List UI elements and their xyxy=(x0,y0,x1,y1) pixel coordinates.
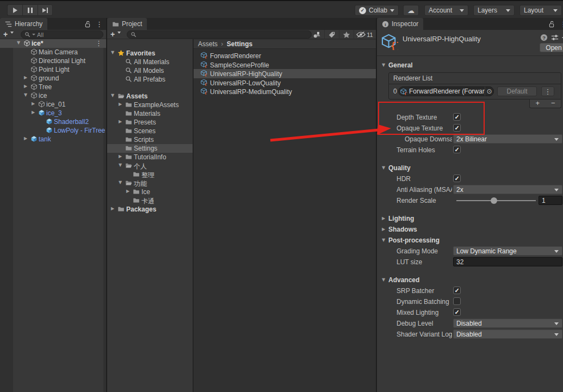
project-folder-scenes[interactable]: Scenes xyxy=(107,127,193,135)
open-button[interactable]: Open xyxy=(540,43,563,52)
property-opaque-texture[interactable]: Opaque Texture✓ xyxy=(377,123,563,134)
hierarchy-item-ice-3[interactable]: ▶ice_3 xyxy=(0,109,106,117)
number-field[interactable]: 32 xyxy=(453,257,562,266)
breadcrumb-leaf[interactable]: Settings xyxy=(227,40,252,48)
foldout-expanded-icon[interactable]: ▼ xyxy=(119,163,122,167)
hierarchy-search-input[interactable]: All xyxy=(21,30,103,39)
project-folder-个人[interactable]: ▼个人 xyxy=(107,161,193,170)
search-by-type-button[interactable] xyxy=(310,30,324,39)
object-picker-icon[interactable]: ⊙ xyxy=(485,86,494,96)
remove-renderer-button[interactable]: − xyxy=(546,99,561,108)
property-shader-variant-log-level[interactable]: Shader Variant Log LevelDisabled xyxy=(377,329,563,340)
hierarchy-item-tank[interactable]: ▶tank xyxy=(0,135,106,144)
foldout-expanded-icon[interactable]: ▼ xyxy=(119,180,122,185)
project-folder-packages[interactable]: ▶Packages xyxy=(107,205,193,214)
dropdown[interactable]: Low Dynamic Range xyxy=(453,246,562,256)
file-universalrp-highquality[interactable]: {} UniversalRP-HighQuality xyxy=(194,69,376,78)
project-folder-ice[interactable]: ▶Ice xyxy=(107,188,193,196)
property-opaque-downsampling[interactable]: Opaque Downsampling2x Bilinear xyxy=(377,134,563,145)
project-folder-all-prefabs[interactable]: All Prefabs xyxy=(107,75,193,84)
hierarchy-item-main-camera[interactable]: Main Camera xyxy=(0,48,106,57)
project-folder-settings[interactable]: Settings xyxy=(107,144,193,153)
property-srp-batcher[interactable]: SRP Batcher✓ xyxy=(377,285,563,296)
tab-hierarchy[interactable]: Hierarchy xyxy=(0,18,47,30)
tab-inspector[interactable]: i Inspector xyxy=(377,18,423,30)
project-folder-materials[interactable]: Materials xyxy=(107,109,193,118)
hierarchy-item-ice-01[interactable]: ▶ice_01 xyxy=(0,100,106,109)
section-shadows[interactable]: ▶ Shadows xyxy=(377,224,563,235)
checkbox-checked[interactable]: ✓ xyxy=(453,175,461,182)
dropdown[interactable]: 2x Bilinear xyxy=(453,134,562,144)
property-depth-texture[interactable]: Depth Texture✓ xyxy=(377,112,563,123)
property-hdr[interactable]: HDR✓ xyxy=(377,173,563,184)
hierarchy-item-tree[interactable]: ▶Tree xyxy=(0,83,106,91)
hierarchy-item-directional-light[interactable]: Directional Light xyxy=(0,57,106,65)
project-folder-scripts[interactable]: Scripts xyxy=(107,135,193,144)
checkbox-checked[interactable]: ✓ xyxy=(453,287,461,294)
hidden-packages-button[interactable]: 11 xyxy=(354,30,375,39)
file-universalrp-lowquality[interactable]: {} UniversalRP-LowQuality xyxy=(194,78,376,88)
hierarchy-item-ground[interactable]: ▶ground xyxy=(0,74,106,83)
lock-icon[interactable] xyxy=(84,21,91,28)
foldout-expanded-icon[interactable]: ▼ xyxy=(382,165,385,170)
set-default-button[interactable]: Default xyxy=(497,86,537,96)
slider-handle[interactable] xyxy=(491,197,497,204)
foldout-collapsed-icon[interactable]: ▶ xyxy=(119,119,122,124)
project-folder-assets[interactable]: ▼Assets xyxy=(107,92,193,101)
project-folder-整理[interactable]: 整理 xyxy=(107,170,193,179)
foldout-expanded-icon[interactable]: ▼ xyxy=(17,40,20,45)
property-terrain-holes[interactable]: Terrain Holes✓ xyxy=(377,145,563,155)
scene-row[interactable]: ▼ ice* ⋮ xyxy=(0,39,106,48)
dropdown[interactable]: Disabled xyxy=(453,329,562,339)
menu-kebab-icon[interactable]: ⋮ xyxy=(560,21,563,28)
property-lut-size[interactable]: LUT size32 xyxy=(377,257,563,267)
scene-menu-kebab-icon[interactable]: ⋮ xyxy=(95,40,102,47)
tab-project[interactable]: Project xyxy=(107,18,147,30)
property-render-scale[interactable]: Render Scale 1 xyxy=(377,195,563,206)
checkbox-checked[interactable]: ✓ xyxy=(453,308,461,316)
hierarchy-item-shaderball2[interactable]: Shaderball2 xyxy=(0,117,106,126)
layers-dropdown[interactable]: Layers xyxy=(473,5,515,16)
foldout-collapsed-icon[interactable]: ▶ xyxy=(24,75,27,80)
hierarchy-item-point-light[interactable]: Point Light xyxy=(0,65,106,74)
section-general[interactable]: ▼ General xyxy=(377,61,563,71)
checkbox-checked[interactable]: ✓ xyxy=(453,124,461,132)
file-samplesceneprofile[interactable]: {} SampleSceneProfile xyxy=(194,60,376,70)
presets-icon[interactable] xyxy=(551,34,559,41)
foldout-collapsed-icon[interactable]: ▶ xyxy=(119,102,122,107)
checkbox-checked[interactable]: ✓ xyxy=(453,146,461,153)
property-dynamic-batching[interactable]: Dynamic Batching xyxy=(377,296,563,307)
section-quality[interactable]: ▼ Quality xyxy=(377,163,563,173)
lock-icon[interactable] xyxy=(548,21,555,28)
hierarchy-item-lowpoly-firtree-b[interactable]: LowPoly - FirTree B xyxy=(0,126,106,135)
foldout-expanded-icon[interactable]: ▼ xyxy=(24,92,27,97)
help-icon[interactable]: ? xyxy=(540,34,548,41)
project-folder-presets[interactable]: ▶Presets xyxy=(107,118,193,127)
renderer-menu-button[interactable]: ⋮ xyxy=(541,86,554,96)
breadcrumb-root[interactable]: Assets xyxy=(198,40,218,48)
project-search-input[interactable] xyxy=(127,30,312,39)
create-asset-button[interactable]: + xyxy=(110,30,115,39)
renderer-object-field[interactable]: {} ForwardRenderer (Forward Renderer) xyxy=(398,86,494,96)
foldout-collapsed-icon[interactable]: ▶ xyxy=(126,189,129,194)
foldout-collapsed-icon[interactable]: ▶ xyxy=(119,154,122,159)
dropdown[interactable]: Disabled xyxy=(453,319,562,328)
account-dropdown[interactable]: Account xyxy=(424,5,468,16)
search-by-label-button[interactable] xyxy=(324,30,339,39)
pause-button[interactable] xyxy=(22,4,38,16)
favorites-filter-button[interactable] xyxy=(339,30,354,39)
project-folder-卡通[interactable]: 卡通 xyxy=(107,196,193,205)
project-folder-功能[interactable]: ▼功能 xyxy=(107,179,193,188)
play-button[interactable] xyxy=(7,4,22,16)
checkbox-unchecked[interactable] xyxy=(453,297,461,305)
cloud-button[interactable]: ☁ xyxy=(403,5,419,16)
foldout-expanded-icon[interactable]: ▼ xyxy=(382,277,385,282)
section-advanced[interactable]: ▼ Advanced xyxy=(377,275,563,285)
foldout-collapsed-icon[interactable]: ▶ xyxy=(32,101,35,106)
project-folder-all-models[interactable]: All Models xyxy=(107,66,193,75)
project-folder-exampleassets[interactable]: ▶ExampleAssets xyxy=(107,101,193,109)
foldout-collapsed-icon[interactable]: ▶ xyxy=(382,216,385,221)
property-debug-level[interactable]: Debug LevelDisabled xyxy=(377,318,563,329)
property-mixed-lighting[interactable]: Mixed Lighting✓ xyxy=(377,307,563,318)
section-post-processing[interactable]: ▼ Post-processing xyxy=(377,235,563,246)
